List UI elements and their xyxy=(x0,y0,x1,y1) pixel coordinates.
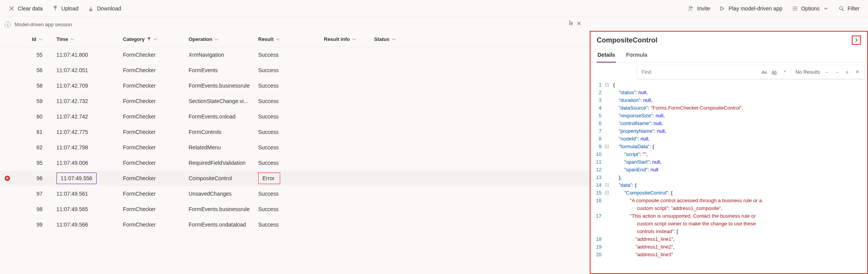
fold-toggle-icon[interactable] xyxy=(605,183,609,187)
upload-icon xyxy=(52,5,58,12)
cell-id: 98 xyxy=(18,206,52,212)
table-row[interactable]: 9911:07:49.566FormCheckerFormEvents.onda… xyxy=(0,217,589,232)
code-line: "data": { xyxy=(613,181,762,189)
cell-result: Success xyxy=(254,144,319,151)
code-line: "nodeId": null, xyxy=(613,135,762,143)
clear-data-label: Clear data xyxy=(18,5,43,12)
col-time[interactable]: Time xyxy=(52,36,118,42)
filter-button[interactable]: Filter xyxy=(834,3,863,14)
cell-operation: FormEvents.onload xyxy=(184,113,254,120)
clear-data-button[interactable]: Clear data xyxy=(5,3,47,14)
table-row[interactable]: 6011:07:42.742FormCheckerFormEvents.onlo… xyxy=(0,109,589,124)
cursor-icon xyxy=(569,20,574,27)
cell-category: FormChecker xyxy=(118,191,184,197)
details-pane: CompositeControl Details Formula Aa Ab .… xyxy=(590,31,868,274)
table-row[interactable]: 6111:07:42.775FormCheckerFormControlsSuc… xyxy=(0,124,589,140)
filter-label: Filter xyxy=(848,5,859,12)
options-button[interactable]: Options xyxy=(788,3,833,14)
code-line: "formulaData": { xyxy=(613,143,762,151)
prev-match-icon[interactable]: ← xyxy=(824,69,830,75)
chevron-down-icon xyxy=(392,37,396,41)
cell-result: Success xyxy=(254,52,319,58)
collapse-button[interactable] xyxy=(852,36,861,45)
download-button[interactable]: Download xyxy=(84,3,125,14)
cell-operation: XrmNavigation xyxy=(184,52,254,58)
col-status[interactable]: Status xyxy=(369,36,408,42)
find-in-selection-icon[interactable]: ≡ xyxy=(844,69,850,75)
cell-id: 62 xyxy=(18,144,52,151)
fold-toggle-icon[interactable] xyxy=(605,83,609,86)
code-line: "spanStart": null, xyxy=(613,158,762,166)
find-results-label: No Results xyxy=(795,69,820,75)
play-button[interactable]: Play model-driven app xyxy=(715,3,786,14)
close-find-icon[interactable]: ✕ xyxy=(854,69,860,75)
chevron-right-icon xyxy=(854,38,859,42)
svg-point-1 xyxy=(839,7,842,10)
cell-id: 60 xyxy=(18,113,52,120)
code-viewer[interactable]: 1234567891011121314151617181920 { "statu… xyxy=(591,80,867,273)
code-line: "address1_line1", xyxy=(613,235,762,243)
next-match-icon[interactable]: → xyxy=(834,69,840,75)
cell-category: FormChecker xyxy=(118,160,184,166)
code-line: "responseSize": null, xyxy=(613,112,762,120)
table-row[interactable]: 9711:07:49.561FormCheckerUnsavedChangesS… xyxy=(0,186,589,201)
invite-button[interactable]: Invite xyxy=(684,3,714,14)
regex-icon[interactable]: .* xyxy=(781,69,787,75)
cell-category: FormChecker xyxy=(118,83,184,89)
cell-time: 11:07:49.565 xyxy=(52,206,118,212)
table-row[interactable]: 5911:07:42.732FormCheckerSectionStateCha… xyxy=(0,93,589,109)
code-line: "dataSource": "Forms.FormChecker.Composi… xyxy=(613,104,762,112)
cell-operation: UnsavedChanges xyxy=(184,191,254,197)
cell-id: 59 xyxy=(18,98,52,104)
chevron-down-icon xyxy=(823,5,829,12)
col-id[interactable]: Id xyxy=(18,36,52,42)
cell-result: Success xyxy=(254,83,319,89)
cell-time: 11:07:42.051 xyxy=(52,67,118,73)
code-line: "controlName": null, xyxy=(613,120,762,127)
code-line: "status": null, xyxy=(613,89,762,96)
options-label: Options xyxy=(801,5,820,12)
play-icon xyxy=(719,5,725,12)
code-line: "A composite control accessed through a … xyxy=(613,197,762,212)
upload-button[interactable]: Upload xyxy=(48,3,82,14)
download-icon xyxy=(88,5,94,12)
person-add-icon xyxy=(688,5,694,12)
cell-id: 97 xyxy=(18,191,52,197)
cell-result: Success xyxy=(254,206,319,212)
fold-toggle-icon[interactable] xyxy=(605,145,609,148)
table-row[interactable]: 5511:07:41.800FormCheckerXrmNavigationSu… xyxy=(0,47,589,63)
cell-operation: SectionStateChange.vi... xyxy=(184,98,254,104)
col-category[interactable]: Category xyxy=(118,36,184,42)
table-row[interactable]: 9811:07:49.565FormCheckerFormEvents.busi… xyxy=(0,201,589,217)
table-row[interactable]: 5811:07:42.709FormCheckerFormEvents.busi… xyxy=(0,78,589,93)
code-line: "This action is unsupported. Contact the… xyxy=(613,212,762,235)
whole-word-icon[interactable]: Ab xyxy=(771,69,777,75)
find-input[interactable] xyxy=(641,68,757,76)
col-result-info[interactable]: Result info xyxy=(319,36,369,42)
cell-category: FormChecker xyxy=(118,175,184,181)
code-line: "spanEnd": null xyxy=(613,166,762,174)
table-row[interactable]: 9511:07:49.006FormCheckerRequiredFieldVa… xyxy=(0,155,589,171)
table-row[interactable]: ✕9611:07:49.556FormCheckerCompositeContr… xyxy=(0,171,589,186)
col-result[interactable]: Result xyxy=(254,36,319,42)
cell-operation: FormEvents xyxy=(184,67,254,73)
code-line: "CompositeControl": { xyxy=(613,189,762,197)
cell-time: 11:07:49.556 xyxy=(52,173,118,184)
match-case-icon[interactable]: Aa xyxy=(761,69,767,75)
close-session-icon[interactable]: ✕ xyxy=(577,20,581,27)
col-operation[interactable]: Operation xyxy=(184,36,254,42)
session-label: Model-driven app session xyxy=(15,22,72,27)
table-row[interactable]: 5611:07:42.051FormCheckerFormEventsSucce… xyxy=(0,63,589,78)
find-bar: Aa Ab .* No Results ← → ≡ ✕ xyxy=(637,65,864,79)
cell-operation: RequiredFieldValidation xyxy=(184,160,254,166)
code-line: "duration": null, xyxy=(613,96,762,104)
code-line: "address1_line2", xyxy=(613,243,762,251)
tab-formula[interactable]: Formula xyxy=(625,48,648,63)
fold-toggle-icon[interactable] xyxy=(605,191,609,195)
svg-point-0 xyxy=(689,6,691,8)
code-line: "address1_line3" xyxy=(613,251,762,259)
tab-details[interactable]: Details xyxy=(597,48,616,63)
table-row[interactable]: 6211:07:42.798FormCheckerRelatedMenuSucc… xyxy=(0,140,589,155)
code-line: }, xyxy=(613,174,762,181)
cell-id: 95 xyxy=(18,160,52,166)
